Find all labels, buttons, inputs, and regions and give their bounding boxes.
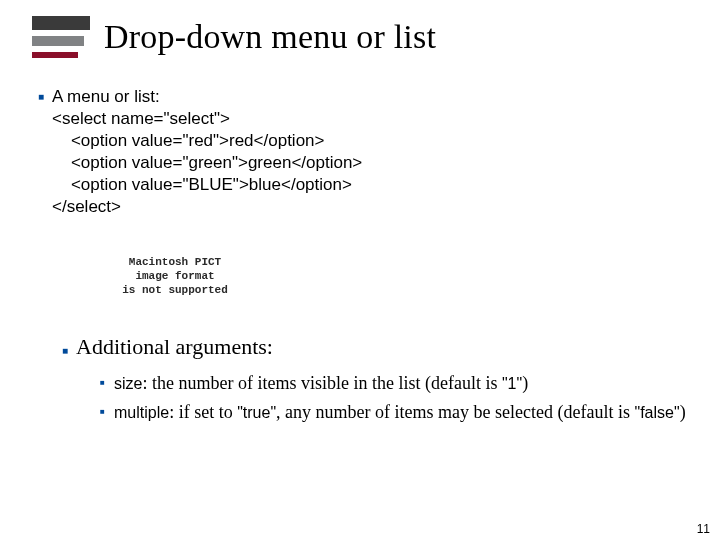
bullet-item-2: ■ Additional arguments: — [62, 334, 696, 362]
bullet-2-text: Additional arguments: — [76, 334, 696, 360]
literal-true: "true" — [237, 404, 276, 421]
sub2-part-a: : if set to — [169, 402, 237, 422]
sub1-part-a: : the number of items visible in the lis… — [142, 373, 501, 393]
code-line-2: <option value="red">red</option> — [52, 131, 324, 150]
code-snippet: <select name="select"> <option value="re… — [52, 108, 696, 218]
page-title: Drop-down menu or list — [104, 18, 436, 56]
accent-bar-dark — [32, 16, 90, 30]
sub1-part-b: ) — [522, 373, 528, 393]
title-row: Drop-down menu or list — [32, 16, 696, 58]
square-bullet-icon: ■ — [100, 401, 114, 423]
sub-list: ■ size: the number of items visible in t… — [100, 372, 696, 424]
sub2-part-b: , any number of items may be selected (d… — [276, 402, 634, 422]
keyword-size: size — [114, 375, 142, 392]
bullet-1-text: A menu or list: — [52, 86, 696, 108]
code-line-1: <select name="select"> — [52, 109, 230, 128]
placeholder-text: Macintosh PICT image format is not suppo… — [122, 255, 228, 297]
sub-item-size-text: size: the number of items visible in the… — [114, 372, 696, 395]
square-bullet-icon: ■ — [62, 340, 76, 362]
code-line-3: <option value="green">green</option> — [52, 153, 362, 172]
sub-item-multiple: ■ multiple: if set to "true", any number… — [100, 401, 696, 424]
page-number: 11 — [697, 522, 710, 536]
title-accent — [32, 16, 90, 58]
bullet-item-1: ■ A menu or list: — [38, 86, 696, 108]
literal-1: "1" — [502, 375, 522, 392]
literal-false: "false" — [634, 404, 679, 421]
keyword-multiple: multiple — [114, 404, 169, 421]
sub2-part-c: ) — [680, 402, 686, 422]
slide: Drop-down menu or list ■ A menu or list:… — [0, 0, 720, 540]
body: ■ A menu or list: <select name="select">… — [24, 86, 696, 424]
code-line-4: <option value="BLUE">blue</option> — [52, 175, 352, 194]
accent-bar-red — [32, 52, 78, 58]
sub-item-multiple-text: multiple: if set to "true", any number o… — [114, 401, 696, 424]
square-bullet-icon: ■ — [38, 86, 52, 108]
accent-bar-gray — [32, 36, 84, 46]
pict-placeholder: Macintosh PICT image format is not suppo… — [80, 246, 270, 306]
sub-item-size: ■ size: the number of items visible in t… — [100, 372, 696, 395]
square-bullet-icon: ■ — [100, 372, 114, 394]
code-line-5: </select> — [52, 197, 121, 216]
